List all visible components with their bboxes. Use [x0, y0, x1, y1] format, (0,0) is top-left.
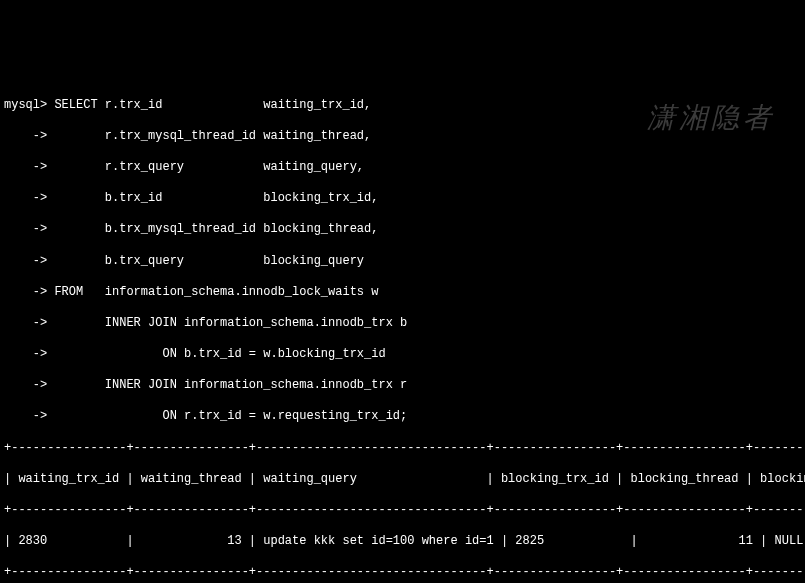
- sql-line: -> b.trx_id blocking_trx_id,: [4, 191, 801, 207]
- sql-line: -> FROM information_schema.innodb_lock_w…: [4, 285, 801, 301]
- sql-line: -> INNER JOIN information_schema.innodb_…: [4, 378, 801, 394]
- sql-line: -> ON r.trx_id = w.requesting_trx_id;: [4, 409, 801, 425]
- sql-line: -> r.trx_query waiting_query,: [4, 160, 801, 176]
- sql-line: -> r.trx_mysql_thread_id waiting_thread,: [4, 129, 801, 145]
- table-border-bottom: +----------------+----------------+-----…: [4, 565, 801, 581]
- table-row: | 2830 | 13 | update kkk set id=100 wher…: [4, 534, 801, 550]
- sql-line: -> ON b.trx_id = w.blocking_trx_id: [4, 347, 801, 363]
- table-border-top: +----------------+----------------+-----…: [4, 441, 801, 457]
- sql-line: -> b.trx_query blocking_query: [4, 254, 801, 270]
- table-header: | waiting_trx_id | waiting_thread | wait…: [4, 472, 801, 488]
- sql-line: mysql> SELECT r.trx_id waiting_trx_id,: [4, 98, 801, 114]
- sql-line: -> INNER JOIN information_schema.innodb_…: [4, 316, 801, 332]
- table-border-mid: +----------------+----------------+-----…: [4, 503, 801, 519]
- sql-line: -> b.trx_mysql_thread_id blocking_thread…: [4, 222, 801, 238]
